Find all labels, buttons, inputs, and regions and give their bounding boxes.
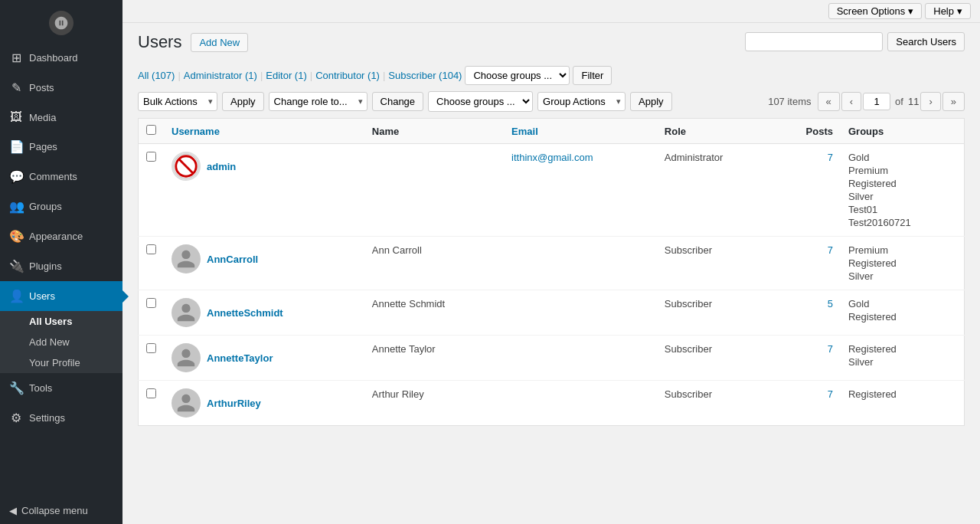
screen-options-button[interactable]: Screen Options ▾ [828, 3, 923, 19]
submenu-add-new[interactable]: Add New [0, 332, 122, 352]
user-name: Ann Carroll [364, 237, 504, 290]
bulk-apply-button[interactable]: Apply [222, 92, 264, 111]
filter-subscriber[interactable]: Subscriber (104) [388, 70, 462, 81]
sidebar-item-appearance[interactable]: 🎨 Appearance [0, 221, 122, 251]
username-link[interactable]: AnnetteSchmidt [207, 307, 283, 319]
sidebar-item-settings[interactable]: ⚙ Settings [0, 403, 122, 433]
group-apply-button[interactable]: Apply [630, 92, 672, 111]
change-role-select[interactable]: Change role to... [269, 92, 368, 111]
bulk-actions-select[interactable]: Bulk Actions [138, 92, 217, 111]
group-actions-wrap: Group Actions ▾ [537, 92, 626, 111]
username-link[interactable]: admin [207, 161, 236, 172]
sidebar-item-label: Media [29, 112, 56, 123]
help-button[interactable]: Help ▾ [925, 3, 971, 19]
row-checkbox[interactable] [146, 244, 156, 254]
users-icon: 👤 [9, 289, 23, 303]
change-role-button[interactable]: Change [372, 92, 424, 111]
last-page-button[interactable]: » [942, 92, 965, 111]
collapse-label: Collapse menu [21, 505, 88, 516]
group-tag: Gold [848, 298, 956, 309]
submenu-all-users[interactable]: All Users [0, 311, 122, 332]
add-new-button[interactable]: Add New [191, 33, 248, 52]
of-label: of [895, 96, 903, 107]
email-link[interactable]: itthinx@gmail.com [511, 152, 593, 163]
next-page-button[interactable]: › [920, 92, 940, 111]
sidebar-item-media[interactable]: 🖼 Media [0, 103, 122, 132]
help-chevron: ▾ [957, 5, 962, 17]
username-link[interactable]: AnnetteTaylor [207, 352, 273, 364]
group-tag: Registered [848, 178, 956, 189]
sidebar-item-label: Groups [29, 201, 62, 212]
filter-administrator[interactable]: Administrator (1) [184, 70, 257, 81]
bulk-actions-wrap: Bulk Actions ▾ [138, 92, 217, 111]
table-row: AnnetteSchmidtAnnette SchmidtSubscriber5… [139, 290, 965, 336]
sidebar-item-users[interactable]: 👤 Users [0, 281, 122, 311]
choose-groups-filter[interactable]: Choose groups ... [465, 66, 570, 85]
username-link[interactable]: AnnCarroll [207, 254, 258, 265]
sidebar-item-groups[interactable]: 👥 Groups [0, 192, 122, 221]
user-avatar [172, 388, 201, 418]
prev-page-button[interactable]: ‹ [841, 92, 861, 111]
user-cell: AnnetteSchmidt [172, 298, 357, 327]
filter-contributor[interactable]: Contributor (1) [315, 70, 380, 81]
filter-editor[interactable]: Editor (1) [266, 70, 306, 81]
user-cell: ArthurRiley [172, 388, 357, 418]
sidebar-item-posts[interactable]: ✎ Posts [0, 73, 122, 103]
user-avatar [172, 298, 201, 327]
filter-button[interactable]: Filter [573, 66, 612, 85]
sidebar-item-comments[interactable]: 💬 Comments [0, 162, 122, 192]
row-checkbox[interactable] [146, 388, 156, 398]
col-groups: Groups [841, 119, 965, 144]
user-posts[interactable]: 5 [773, 290, 841, 336]
col-email[interactable]: Email [504, 119, 657, 144]
group-tag: Silver [848, 191, 956, 202]
plugins-icon: 🔌 [9, 259, 23, 273]
screen-options-label: Screen Options [837, 5, 906, 17]
user-posts[interactable]: 7 [773, 237, 841, 290]
row-checkbox[interactable] [146, 343, 156, 353]
user-groups: RegisteredSilver [841, 336, 965, 381]
collapse-icon: ◀ [9, 505, 17, 516]
search-users-button[interactable]: Search Users [887, 32, 965, 51]
choose-groups-toolbar[interactable]: Choose groups ... [428, 91, 533, 112]
sidebar-item-label: Plugins [29, 260, 62, 272]
user-role: Subscriber [657, 290, 774, 336]
items-count: 107 items [768, 96, 811, 107]
current-page-input[interactable] [863, 93, 890, 110]
media-icon: 🖼 [9, 110, 23, 124]
first-page-button[interactable]: « [818, 92, 840, 111]
sidebar-item-tools[interactable]: 🔧 Tools [0, 373, 122, 403]
tools-icon: 🔧 [9, 381, 23, 395]
toolbar: Bulk Actions ▾ Apply Change role to... ▾… [138, 91, 965, 112]
user-email [504, 237, 657, 290]
select-all-checkbox[interactable] [146, 125, 156, 135]
group-actions-select[interactable]: Group Actions [537, 92, 626, 111]
active-indicator [122, 290, 129, 303]
row-checkbox[interactable] [146, 298, 156, 308]
group-tag: Silver [848, 356, 956, 368]
username-link[interactable]: ArthurRiley [207, 398, 261, 409]
sidebar-item-plugins[interactable]: 🔌 Plugins [0, 251, 122, 281]
user-email [504, 336, 657, 381]
row-checkbox[interactable] [146, 152, 156, 162]
user-posts[interactable]: 7 [773, 381, 841, 426]
wp-logo-icon [49, 11, 74, 35]
search-input[interactable] [745, 32, 883, 51]
appearance-icon: 🎨 [9, 229, 23, 244]
collapse-menu[interactable]: ◀ Collapse menu [0, 497, 122, 524]
col-name: Name [364, 119, 504, 144]
group-tag: Silver [848, 270, 956, 282]
col-username[interactable]: Username [164, 119, 364, 144]
group-tag: Premium [848, 244, 956, 256]
user-posts[interactable]: 7 [773, 336, 841, 381]
filter-all[interactable]: All (107) [138, 70, 175, 81]
sidebar-item-label: Posts [29, 82, 54, 93]
user-posts[interactable]: 7 [773, 144, 841, 237]
page-title: Users [138, 32, 181, 52]
sidebar-item-dashboard[interactable]: ⊞ Dashboard [0, 43, 122, 73]
group-tag: Registered [848, 311, 956, 323]
sidebar-item-pages[interactable]: 📄 Pages [0, 132, 122, 162]
submenu-your-profile[interactable]: Your Profile [0, 352, 122, 373]
user-groups: Registered [841, 381, 965, 426]
user-name: Annette Taylor [364, 336, 504, 381]
